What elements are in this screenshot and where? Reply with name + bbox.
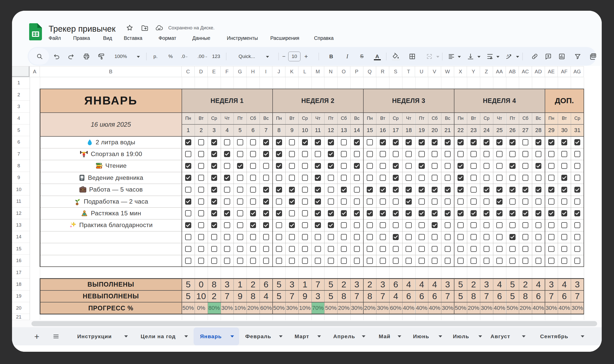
- svg-text:A: A: [507, 54, 509, 57]
